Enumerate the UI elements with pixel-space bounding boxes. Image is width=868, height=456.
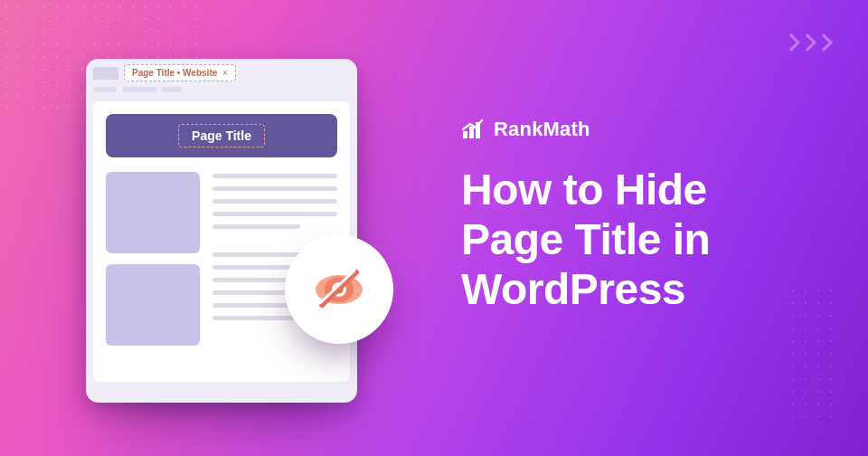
- active-tab: Page Title • Website ×: [124, 64, 236, 81]
- inactive-tab: [93, 67, 118, 80]
- browser-mockup: Page Title • Website × Page Title: [86, 59, 357, 403]
- text-line: [212, 174, 337, 178]
- close-icon: ×: [222, 68, 228, 78]
- svg-rect-6: [463, 131, 467, 138]
- text-line: [212, 186, 337, 191]
- hide-eye-icon: [309, 260, 369, 319]
- image-placeholder: [106, 264, 200, 346]
- page-title-text: Page Title: [178, 124, 265, 147]
- active-tab-label: Page Title • Website: [132, 68, 217, 78]
- rankmath-logo-icon: [461, 118, 485, 141]
- headline: How to Hide Page Title in WordPress: [461, 165, 710, 315]
- text-line: [212, 212, 337, 216]
- text-line: [212, 224, 300, 229]
- hide-icon-badge: [285, 235, 393, 344]
- page-title-banner: Page Title: [106, 114, 337, 157]
- headline-line-2: Page Title in: [461, 214, 710, 264]
- headline-line-1: How to Hide: [461, 165, 710, 214]
- text-line: [212, 199, 337, 204]
- headline-block: RankMath How to Hide Page Title in WordP…: [461, 118, 710, 315]
- image-placeholder: [106, 172, 200, 253]
- browser-tab-bar: Page Title • Website ×: [86, 59, 357, 81]
- svg-rect-7: [469, 127, 474, 138]
- dot-pattern-bottom-right: [787, 284, 841, 420]
- brand-name: RankMath: [494, 118, 590, 141]
- brand: RankMath: [461, 118, 710, 141]
- text-line: [212, 316, 300, 320]
- chevron-decor: [785, 36, 830, 49]
- headline-line-3: WordPress: [461, 264, 710, 314]
- url-bar: [93, 87, 350, 92]
